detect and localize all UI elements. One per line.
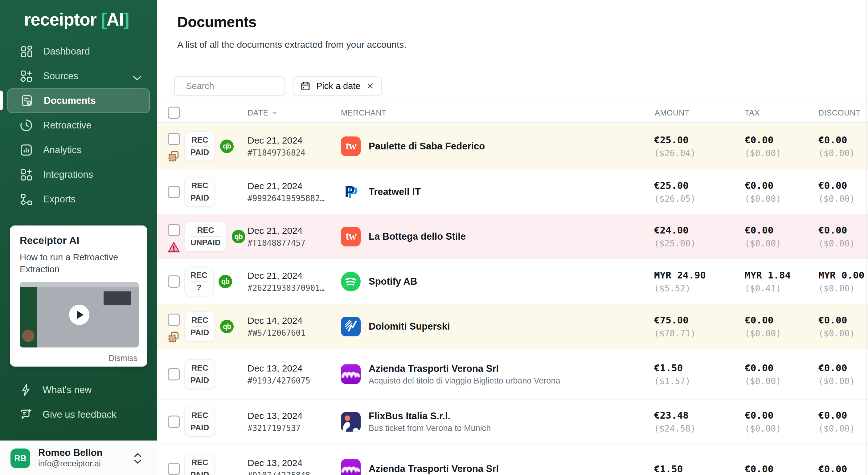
sidebar-item-documents[interactable]: Documents — [7, 89, 150, 113]
feedback-icon — [19, 408, 33, 421]
row-date: Dec 21, 2024 — [248, 135, 306, 146]
amount-cell: €1.50($1.57) — [654, 362, 690, 386]
row-reference: #26221930370901… — [248, 283, 324, 293]
sidebar-item-retroactive[interactable]: Retroactive — [7, 113, 150, 138]
sidebar-link-label: What's new — [42, 384, 92, 396]
amount-cell: €24.00($25.00) — [654, 225, 696, 248]
integrations-icon — [19, 168, 33, 182]
table-row[interactable]: REC PAID Dec 13, 2024 #3217197537 FlixBu… — [157, 400, 868, 444]
analytics-icon — [19, 143, 33, 157]
status-badge: REC PAID — [184, 311, 215, 342]
row-checkbox[interactable] — [168, 275, 180, 288]
status-paid: ? — [190, 281, 208, 294]
status-badge: REC PAID — [184, 177, 215, 207]
discount-cell: €0.00($0.00) — [818, 180, 855, 204]
row-reference: #9193/4276075 — [248, 376, 310, 385]
merchant-logo-dolomiti — [341, 317, 361, 336]
amount-cell: €75.00($78.71) — [654, 314, 696, 339]
row-date: Dec 13, 2024 — [248, 458, 310, 468]
sidebar-item-exports[interactable]: Exports — [7, 187, 150, 212]
logo-bracket: [ — [101, 9, 107, 29]
row-reference: #WS/12067601 — [248, 328, 306, 338]
column-header-date[interactable]: DATE — [248, 103, 278, 123]
promo-video-thumbnail[interactable] — [20, 282, 139, 347]
status-paid: PAID — [190, 374, 210, 386]
user-menu[interactable]: RB Romeo Bellon info@receiptor.ai — [0, 441, 157, 475]
tax-cell: €0.00 — [745, 463, 773, 474]
status-badge: REC PAID — [184, 131, 215, 161]
sidebar-item-integrations[interactable]: Integrations — [7, 162, 150, 187]
row-checkbox[interactable] — [168, 314, 180, 326]
sidebar-item-label: Retroactive — [43, 120, 92, 131]
row-date: Dec 13, 2024 — [248, 363, 310, 374]
discount-cell: €0.00($0.00) — [818, 410, 855, 434]
document-table: REC PAIDqb Dec 21, 2024 #T1849736824 tw … — [157, 124, 868, 475]
amount-cell: MYR 24.90($5.52) — [654, 270, 706, 294]
sidebar-link-label: Give us feedback — [42, 409, 117, 420]
promo-card-subtitle: How to run a Retroactive Extraction — [20, 251, 121, 275]
merchant-name: Azienda Trasporti Verona Srl — [369, 463, 499, 474]
row-reference: #9107/4275848 — [248, 471, 310, 475]
logo-brand-text: receiptor — [24, 9, 96, 29]
dismiss-link[interactable]: Dismiss — [20, 353, 137, 363]
quickbooks-icon: qb — [232, 230, 245, 243]
duplicate-flag-icon — [167, 149, 181, 163]
exports-icon — [19, 192, 33, 206]
select-all-checkbox[interactable] — [168, 107, 180, 119]
merchant-name: Paulette di Saba Federico — [369, 141, 485, 152]
page-subtitle: A list of all the documents extracted fr… — [177, 39, 407, 50]
row-date: Dec 14, 2024 — [248, 315, 306, 326]
sidebar-item-sources[interactable]: Sources — [7, 64, 150, 89]
bolt-icon — [19, 383, 33, 397]
status-paid: PAID — [190, 469, 210, 475]
merchant-logo-treatwell: tw — [341, 227, 361, 246]
search-input[interactable] — [186, 81, 302, 91]
column-header-discount: DISCOUNT — [818, 103, 861, 123]
active-item-indicator — [0, 91, 3, 110]
quickbooks-icon: qb — [219, 275, 232, 288]
row-checkbox[interactable] — [168, 186, 180, 198]
row-checkbox[interactable] — [168, 224, 180, 236]
table-row[interactable]: REC PAIDqb Dec 14, 2024 #WS/12067601 Dol… — [157, 304, 868, 349]
chevron-up-down-icon[interactable] — [133, 452, 143, 465]
table-row[interactable]: REC PAIDqb Dec 21, 2024 #T1849736824 tw … — [157, 124, 868, 169]
date-filter-button[interactable]: Pick a date — [293, 76, 382, 96]
search-box[interactable]: / — [174, 76, 285, 96]
table-row[interactable]: REC PAID Dec 13, 2024 #9193/4276075 Azie… — [157, 349, 868, 400]
merchant-subtitle: Acquisto del titolo di viaggio Biglietto… — [369, 376, 560, 385]
sidebar-link-give-us-feedback[interactable]: Give us feedback — [0, 402, 157, 427]
dashboard-icon — [19, 44, 33, 59]
table-row[interactable]: REC ?qb Dec 21, 2024 #26221930370901… Sp… — [157, 259, 868, 304]
scrollbar-track[interactable] — [866, 0, 867, 475]
clear-date-icon[interactable] — [366, 81, 374, 90]
table-row[interactable]: REC UNPAIDqb Dec 21, 2024 #T1848877457 t… — [157, 215, 868, 259]
sidebar-link-what-s-new[interactable]: What's new — [0, 378, 157, 402]
discount-cell: €0.00 — [818, 463, 847, 474]
row-checkbox[interactable] — [168, 415, 180, 428]
row-checkbox[interactable] — [168, 368, 180, 380]
merchant-logo-paypal: PP — [341, 182, 361, 202]
tax-cell: €0.00($0.00) — [745, 410, 781, 434]
row-checkbox[interactable] — [168, 133, 180, 145]
discount-cell: €0.00($0.00) — [818, 362, 855, 386]
table-row[interactable]: REC PAID Dec 21, 2024 #99926419595882… P… — [157, 169, 868, 215]
row-date: Dec 21, 2024 — [248, 181, 324, 191]
logo-ai-text: AI — [107, 9, 124, 29]
sidebar-item-dashboard[interactable]: Dashboard — [7, 39, 150, 64]
tax-cell: MYR 1.84($0.41) — [745, 270, 790, 294]
tax-cell: €0.00($0.00) — [745, 225, 781, 248]
merchant-logo-flixbus — [341, 412, 361, 432]
user-email: info@receiptor.ai — [38, 459, 101, 469]
row-checkbox[interactable] — [168, 463, 180, 475]
play-button[interactable] — [69, 305, 89, 325]
quickbooks-icon: qb — [220, 140, 234, 153]
tax-cell: €0.00($0.00) — [745, 362, 781, 386]
table-row[interactable]: REC PAID Dec 13, 2024 #9107/4275848 Azie… — [157, 444, 868, 475]
sidebar-item-analytics[interactable]: Analytics — [7, 138, 150, 162]
status-paid: PAID — [190, 146, 210, 158]
duplicate-flag-icon — [167, 330, 181, 344]
user-name: Romeo Bellon — [38, 447, 102, 459]
merchant-logo-azienda — [341, 364, 361, 384]
warning-icon — [167, 241, 181, 254]
discount-cell: MYR 0.00($0.00) — [818, 270, 864, 294]
